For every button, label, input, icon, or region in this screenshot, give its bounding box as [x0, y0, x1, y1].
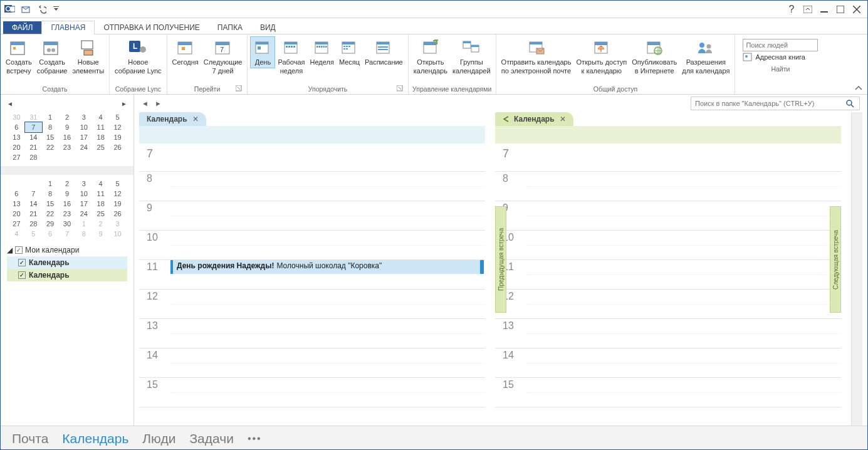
new-lync-meeting-button[interactable]: L Новое собрание Lync [112, 36, 164, 77]
mini-cal-day[interactable]: 5 [109, 112, 126, 122]
mini-cal-day[interactable]: 10 [109, 229, 126, 239]
mini-cal-day[interactable]: 6 [42, 229, 59, 239]
send-receive-quick-icon[interactable] [19, 3, 32, 16]
mini-cal-day[interactable]: 18 [92, 132, 109, 142]
mini-cal-day[interactable]: 4 [92, 112, 109, 122]
mini-calendar-2[interactable]: 1234567891011121314151617181920212223242… [1, 179, 133, 239]
collapse-ribbon-button[interactable] [850, 83, 867, 94]
hour-row[interactable]: 10 [495, 231, 841, 260]
pane-2-tab[interactable]: Календарь ✕ [495, 112, 573, 126]
previous-appointment-handle[interactable]: Предыдущая встреча [495, 206, 506, 313]
hour-row[interactable]: 14 [139, 348, 485, 378]
hour-row[interactable]: 14 [495, 348, 841, 378]
help-button[interactable]: ? [783, 3, 800, 16]
mini-cal-day[interactable]: 21 [25, 142, 42, 152]
mini-cal-day[interactable]: 27 [8, 152, 25, 162]
mini-cal-day[interactable]: 2 [59, 179, 76, 189]
hour-row[interactable]: 13 [139, 319, 485, 348]
mini-cal-day[interactable]: 1 [42, 112, 59, 122]
mini-cal-day[interactable]: 13 [8, 199, 25, 209]
mini-cal-day[interactable] [8, 179, 25, 189]
group-checkbox[interactable]: ✓ [15, 246, 23, 254]
share-calendar-button[interactable]: Открыть доступ к календарю [573, 36, 629, 77]
mini-cal-day[interactable]: 15 [42, 199, 59, 209]
mini-cal-day[interactable]: 25 [92, 142, 109, 152]
pane-2-timegrid[interactable]: 89101112131415 [495, 172, 841, 426]
new-appointment-button[interactable]: Создать встречу [3, 36, 34, 77]
email-calendar-button[interactable]: Отправить календарь по электронной почте [499, 36, 574, 77]
undo-icon[interactable] [36, 3, 48, 16]
hour-row[interactable]: 12 [139, 290, 485, 319]
pane-2-close-icon[interactable]: ✕ [560, 115, 566, 123]
mini-cal-day[interactable]: 11 [92, 122, 109, 132]
mini-cal-day[interactable]: 6 [8, 122, 25, 132]
hour-row[interactable]: 13 [495, 319, 841, 348]
tab-folder[interactable]: ПАПКА [209, 21, 251, 34]
mini-cal-day[interactable]: 6 [8, 189, 25, 199]
mini-cal-day[interactable]: 5 [25, 229, 42, 239]
nav-tasks[interactable]: Задачи [189, 431, 234, 446]
mini-cal-day[interactable]: 2 [59, 112, 76, 122]
mini-cal-day[interactable] [109, 152, 126, 162]
mini-cal-day[interactable]: 10 [75, 122, 92, 132]
search-icon[interactable] [845, 99, 859, 108]
hour-row[interactable]: 9 [139, 201, 485, 231]
mini-cal-day[interactable]: 1 [75, 219, 92, 229]
search-people-input[interactable] [743, 39, 818, 51]
my-calendars-group[interactable]: ◢ ✓ Мои календари [7, 244, 127, 256]
mini-cal-day[interactable]: 8 [42, 122, 59, 132]
address-book-button[interactable]: Адресная книга [743, 53, 818, 61]
mini-cal-day[interactable]: 29 [42, 219, 59, 229]
mini-cal-day[interactable]: 4 [8, 229, 25, 239]
mini-cal-day[interactable]: 16 [59, 132, 76, 142]
hour-row[interactable]: 8 [495, 172, 841, 201]
mini-cal-day[interactable]: 12 [109, 189, 126, 199]
goto-launcher-icon[interactable] [236, 85, 243, 93]
close-button[interactable] [849, 3, 865, 16]
mini-cal-day[interactable]: 3 [75, 179, 92, 189]
today-button[interactable]: Сегодня [170, 36, 201, 68]
mini-cal-day[interactable]: 19 [109, 132, 126, 142]
next-appointment-handle[interactable]: Следующая встреча [830, 206, 841, 313]
calendar-search-input[interactable] [691, 100, 845, 107]
mini-cal-day[interactable]: 2 [92, 219, 109, 229]
mini-cal-day[interactable]: 7 [25, 122, 42, 132]
mini-cal-day[interactable]: 17 [75, 132, 92, 142]
pane-1-timegrid[interactable]: 891011День рождения Надежды! Молочный шо… [139, 172, 485, 426]
work-week-view-button[interactable]: Рабочая неделя [275, 36, 307, 77]
calendar-groups-button[interactable]: Группы календарей [450, 36, 493, 77]
mini-cal-day[interactable]: 7 [59, 229, 76, 239]
next-day-button[interactable]: ► [155, 100, 162, 107]
hour-row[interactable]: 11 [495, 260, 841, 290]
hour-row[interactable]: 10 [139, 231, 485, 260]
prev-month-button[interactable]: ◄ [7, 100, 13, 107]
mini-cal-day[interactable]: 14 [25, 199, 42, 209]
mini-cal-day[interactable]: 17 [75, 199, 92, 209]
hour-row[interactable]: 9 [495, 201, 841, 231]
mini-cal-day[interactable]: 3 [75, 112, 92, 122]
mini-cal-day[interactable]: 20 [8, 209, 25, 219]
mini-cal-day[interactable]: 24 [75, 142, 92, 152]
nav-calendar[interactable]: Календарь [62, 431, 128, 446]
day-view-button[interactable]: День [250, 36, 275, 68]
overlay-arrow-icon[interactable] [503, 116, 509, 122]
nav-people[interactable]: Люди [142, 431, 175, 446]
next-month-button[interactable]: ► [121, 100, 127, 107]
mini-cal-day[interactable] [25, 179, 42, 189]
arrange-launcher-icon[interactable] [397, 85, 404, 93]
mini-cal-day[interactable]: 13 [8, 132, 25, 142]
mini-cal-day[interactable]: 27 [8, 219, 25, 229]
vertical-scrollbar[interactable] [851, 112, 862, 426]
mini-cal-day[interactable]: 26 [109, 142, 126, 152]
calendar-event[interactable]: День рождения Надежды! Молочный шоколад … [170, 260, 484, 274]
month-view-button[interactable]: Месяц [337, 36, 362, 68]
mini-cal-day[interactable]: 25 [92, 209, 109, 219]
mini-cal-day[interactable] [42, 152, 59, 162]
schedule-view-button[interactable]: Расписание [362, 36, 405, 68]
nav-more[interactable]: ••• [248, 433, 262, 444]
tab-view[interactable]: ВИД [251, 21, 285, 34]
mini-cal-day[interactable]: 5 [109, 179, 126, 189]
minimize-button[interactable] [816, 3, 832, 16]
mini-cal-day[interactable]: 18 [92, 199, 109, 209]
calendar-permissions-button[interactable]: Разрешения для календаря [679, 36, 732, 77]
